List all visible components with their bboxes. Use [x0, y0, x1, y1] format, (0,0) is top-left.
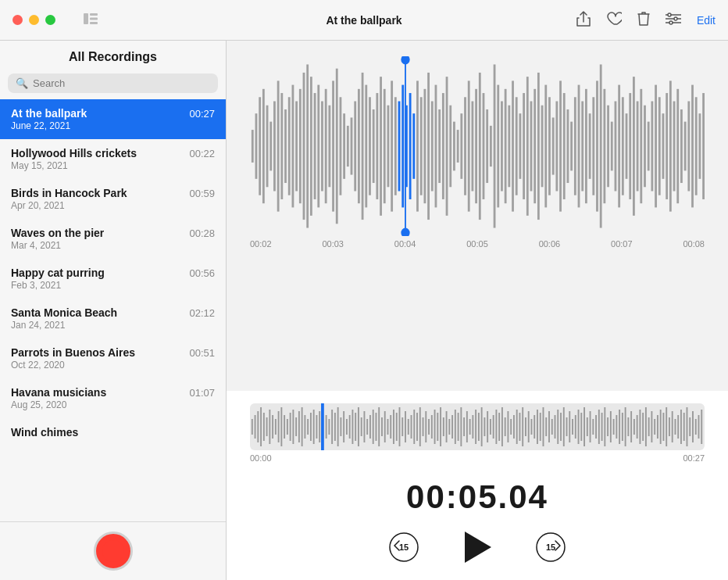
svg-rect-120 [644, 106, 646, 188]
svg-rect-132 [687, 102, 690, 192]
svg-rect-151 [292, 410, 294, 444]
svg-rect-211 [469, 419, 471, 435]
svg-rect-86 [519, 113, 522, 179]
svg-rect-280 [672, 411, 673, 442]
mini-waveform-svg [250, 403, 705, 450]
svg-rect-116 [629, 93, 631, 199]
play-button[interactable] [460, 530, 494, 564]
playback-controls: 15 15 [227, 522, 728, 580]
svg-rect-267 [633, 419, 635, 435]
svg-rect-19 [284, 109, 287, 183]
svg-rect-221 [498, 413, 500, 441]
edit-button[interactable]: Edit [697, 14, 716, 27]
recording-duration: 02:12 [189, 307, 215, 319]
svg-rect-85 [516, 97, 518, 195]
svg-rect-60 [423, 89, 426, 203]
svg-rect-177 [369, 415, 371, 439]
svg-rect-104 [585, 89, 587, 203]
svg-rect-205 [451, 415, 453, 439]
recording-item[interactable]: Hollywood Hills crickets 00:22 May 15, 2… [0, 139, 226, 179]
svg-rect-275 [657, 415, 658, 439]
recording-item[interactable]: Happy cat purring 00:56 Feb 3, 2021 [0, 259, 226, 299]
sidebar-toggle-icon[interactable] [84, 12, 98, 28]
mini-waveform-container[interactable] [250, 403, 705, 450]
svg-rect-125 [662, 113, 665, 179]
share-icon[interactable] [576, 11, 591, 30]
recording-duration: 00:28 [189, 227, 215, 239]
svg-rect-287 [692, 411, 694, 442]
recording-item[interactable]: Wind chimes [0, 418, 226, 447]
svg-rect-108 [600, 64, 602, 227]
svg-rect-259 [610, 411, 612, 442]
recording-date: Feb 3, 2021 [11, 280, 215, 291]
svg-rect-246 [572, 419, 573, 435]
svg-rect-28 [317, 85, 319, 208]
svg-rect-184 [390, 415, 391, 439]
svg-rect-226 [513, 415, 515, 439]
svg-rect-43 [373, 109, 375, 183]
svg-rect-10 [252, 130, 254, 163]
recording-item[interactable]: Birds in Hancock Park 00:59 Apr 20, 2021 [0, 179, 226, 219]
svg-rect-91 [537, 73, 540, 220]
svg-point-56 [401, 56, 409, 64]
svg-rect-131 [684, 122, 687, 171]
minimize-button[interactable] [29, 15, 39, 25]
svg-rect-118 [637, 102, 639, 192]
svg-rect-175 [364, 411, 366, 442]
recording-item[interactable]: Waves on the pier 00:28 Mar 4, 2021 [0, 219, 226, 259]
recording-duration: 01:07 [189, 387, 215, 399]
svg-rect-93 [544, 85, 547, 208]
record-button[interactable] [94, 532, 133, 571]
svg-rect-232 [531, 419, 533, 435]
svg-rect-174 [361, 417, 362, 436]
timeline-label: 00:03 [322, 239, 344, 249]
search-input[interactable] [33, 77, 210, 89]
svg-rect-81 [501, 102, 503, 192]
search-box[interactable]: 🔍 [8, 73, 218, 93]
svg-rect-272 [648, 417, 650, 436]
favorite-icon[interactable] [606, 12, 622, 29]
recording-name: Waves on the pier [11, 227, 104, 239]
svg-text:15: 15 [399, 542, 409, 552]
svg-rect-206 [455, 410, 456, 444]
recording-item[interactable]: Parrots in Buenos Aires 00:51 Oct 22, 20… [0, 338, 226, 378]
svg-rect-240 [555, 415, 556, 439]
svg-rect-15 [269, 122, 272, 171]
svg-rect-147 [280, 407, 282, 446]
svg-rect-234 [537, 410, 538, 444]
recording-date: Apr 20, 2021 [11, 200, 215, 211]
skip-forward-button[interactable]: 15 [534, 530, 568, 564]
recording-item[interactable]: Havana musicians 01:07 Aug 25, 2020 [0, 378, 226, 418]
svg-rect-100 [570, 122, 573, 171]
svg-rect-276 [660, 410, 662, 444]
mini-timeline-end: 00:27 [683, 453, 705, 463]
recording-item[interactable]: At the ballpark 00:27 June 22, 2021 [0, 99, 226, 139]
svg-rect-68 [453, 122, 455, 171]
svg-rect-236 [543, 407, 544, 446]
svg-rect-160 [319, 411, 320, 442]
trash-icon[interactable] [637, 11, 650, 30]
svg-rect-207 [458, 413, 459, 441]
svg-rect-220 [495, 410, 497, 444]
svg-rect-244 [566, 417, 568, 436]
svg-rect-202 [443, 417, 444, 436]
svg-rect-126 [666, 93, 668, 199]
svg-rect-109 [603, 89, 605, 203]
recording-name: Havana musicians [11, 386, 106, 399]
sliders-icon[interactable] [666, 13, 681, 28]
svg-rect-283 [680, 410, 682, 444]
close-button[interactable] [12, 15, 23, 25]
svg-rect-141 [263, 413, 265, 441]
svg-rect-203 [446, 411, 448, 442]
waveform-display [250, 56, 705, 236]
skip-back-button[interactable]: 15 [387, 530, 421, 564]
svg-rect-13 [262, 89, 265, 203]
svg-rect-41 [365, 85, 367, 208]
recording-item[interactable]: Santa Monica Beach 02:12 Jan 24, 2021 [0, 299, 226, 338]
waveform-main[interactable]: 00:02 00:03 00:04 00:05 00:06 00:07 00:0… [227, 41, 728, 391]
main-layout: All Recordings 🔍 At the ballpark 00:27 J… [0, 41, 728, 580]
svg-rect-170 [349, 415, 351, 439]
svg-rect-172 [355, 413, 356, 441]
svg-rect-73 [471, 102, 473, 192]
maximize-button[interactable] [45, 15, 55, 25]
